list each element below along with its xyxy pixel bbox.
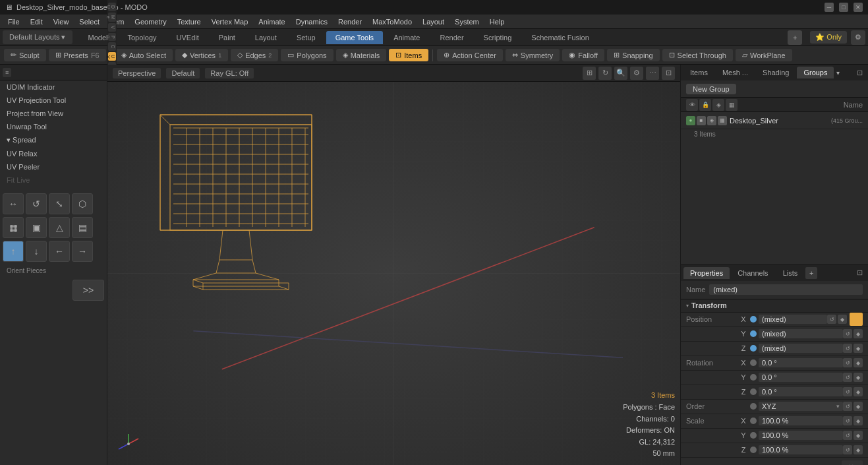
- menu-system[interactable]: System: [449, 16, 484, 27]
- item-icon-eye[interactable]: ●: [686, 116, 695, 125]
- order-dot[interactable]: [750, 403, 757, 410]
- edge-tab-uv[interactable]: UV: [108, 52, 116, 61]
- minimize-button[interactable]: ─: [825, 3, 834, 12]
- items-header-icon-eye[interactable]: 👁: [686, 99, 698, 111]
- tab-gametools[interactable]: Game Tools: [326, 31, 384, 44]
- tool-icon-rect[interactable]: ▤: [72, 217, 93, 238]
- viewport-icon-grid[interactable]: ⊞: [583, 67, 596, 80]
- tab-uvedit[interactable]: UVEdit: [167, 31, 208, 44]
- add-tab-button[interactable]: +: [788, 30, 802, 45]
- menu-view[interactable]: View: [48, 16, 74, 27]
- items-header-icon-mesh[interactable]: ▦: [726, 99, 738, 111]
- tool-icon-flatten[interactable]: ▦: [3, 217, 24, 238]
- viewport-icon-expand[interactable]: ⊡: [662, 67, 675, 80]
- items-expand-button[interactable]: ⊡: [854, 67, 865, 78]
- menu-file[interactable]: File: [3, 16, 25, 27]
- scale-y-reset-icon[interactable]: ↺: [843, 431, 852, 440]
- edge-tab-c[interactable]: C: [108, 42, 116, 51]
- scale-y-value[interactable]: 100.0 %: [759, 431, 843, 440]
- position-y-anim-icon[interactable]: ◆: [854, 329, 863, 338]
- menu-maxtomodo[interactable]: MaxToModo: [367, 16, 417, 27]
- position-x-anim-icon[interactable]: ◆: [838, 315, 847, 324]
- symmetry-tool[interactable]: ⇔ Symmetry: [506, 49, 560, 61]
- rotation-y-reset-icon[interactable]: ↺: [843, 373, 852, 382]
- tool-uv-projection[interactable]: UV Projection Tool: [0, 94, 107, 107]
- rotation-z-value[interactable]: 0.0 °: [759, 387, 843, 396]
- position-x-reset-icon[interactable]: ↺: [827, 315, 836, 324]
- new-group-button[interactable]: New Group: [686, 84, 736, 94]
- maximize-button[interactable]: □: [839, 3, 848, 12]
- list-item[interactable]: ● ■ ◈ ▦ Desktop_Silver (415 Grou...: [681, 112, 868, 129]
- tool-uv-peeler[interactable]: UV Peeler: [0, 160, 107, 173]
- materials-tool[interactable]: ◈ Materials: [336, 49, 387, 61]
- position-z-anim-icon[interactable]: ◆: [854, 344, 863, 353]
- items-header-icon-lock[interactable]: 🔒: [699, 99, 711, 111]
- menu-geometry[interactable]: Geometry: [129, 16, 171, 27]
- tool-icon-tri[interactable]: △: [49, 217, 70, 238]
- scale-z-dot[interactable]: [750, 447, 757, 453]
- tool-icon-scale[interactable]: ⤡: [49, 193, 70, 214]
- menu-texture[interactable]: Texture: [172, 16, 206, 27]
- scale-x-dot[interactable]: [750, 418, 757, 424]
- rotation-z-anim-icon[interactable]: ◆: [854, 387, 863, 396]
- scale-x-anim-icon[interactable]: ◆: [854, 416, 863, 425]
- edge-tab-v[interactable]: V: [108, 23, 116, 32]
- viewport-canvas[interactable]: 3 Items Polygons : Face Channels: 0 Defo…: [107, 82, 680, 465]
- tool-icon-grid[interactable]: ▣: [26, 217, 47, 238]
- transform-section[interactable]: ▾ Transform: [681, 299, 868, 313]
- order-reset-icon[interactable]: ↺: [843, 402, 852, 411]
- edge-tab-du[interactable]: DU: [108, 3, 116, 11]
- tab-render[interactable]: Render: [430, 31, 473, 44]
- viewport-icon-refresh[interactable]: ↻: [598, 67, 612, 80]
- auto-select-tool[interactable]: ◈ Auto Select: [115, 49, 173, 61]
- item-icon-mesh[interactable]: ▦: [718, 116, 727, 125]
- tab-properties[interactable]: Properties: [683, 267, 730, 279]
- tab-animate[interactable]: Animate: [384, 31, 429, 44]
- scale-x-value[interactable]: 100.0 %: [759, 416, 843, 425]
- workplane-tool[interactable]: ▱ WorkPlane: [736, 49, 792, 61]
- tool-icon-rotate[interactable]: ↺: [26, 193, 47, 214]
- tool-icon-up[interactable]: ↑: [3, 241, 24, 262]
- tab-topology[interactable]: Topology: [118, 31, 165, 44]
- tool-icon-left[interactable]: ←: [49, 241, 70, 262]
- rotation-x-value[interactable]: 0.0 °: [759, 358, 843, 367]
- viewport-perspective[interactable]: Perspective: [113, 68, 161, 78]
- props-name-value[interactable]: (mixed): [709, 284, 863, 295]
- rotation-y-value[interactable]: 0.0 °: [759, 373, 843, 382]
- items-header-icon-render[interactable]: ◈: [712, 99, 724, 111]
- menu-layout[interactable]: Layout: [417, 16, 449, 27]
- tool-fit-live[interactable]: Fit Live: [0, 173, 107, 187]
- position-y-value[interactable]: (mixed): [759, 329, 843, 338]
- position-y-reset-icon[interactable]: ↺: [843, 329, 852, 338]
- select-through-tool[interactable]: ⊡ Select Through: [662, 49, 733, 61]
- polygons-tool[interactable]: ▭ Polygons: [281, 49, 333, 61]
- tab-layout[interactable]: Layout: [246, 31, 286, 44]
- scale-y-anim-icon[interactable]: ◆: [854, 431, 863, 440]
- tab-mesh[interactable]: Mesh ...: [716, 67, 755, 78]
- close-button[interactable]: ✕: [854, 3, 863, 12]
- tool-icon-right[interactable]: →: [72, 241, 93, 262]
- viewport[interactable]: Perspective Default Ray GL: Off ⊞ ↻ 🔍 ⚙ …: [107, 65, 680, 465]
- items-tool[interactable]: ⊡ Items: [389, 49, 428, 61]
- scale-z-anim-icon[interactable]: ◆: [854, 445, 863, 454]
- tab-shading[interactable]: Shading: [756, 67, 796, 78]
- position-z-dot[interactable]: [750, 345, 757, 352]
- edge-tab-me[interactable]: Me: [108, 13, 116, 22]
- edges-tool[interactable]: ◇ Edges 2: [231, 49, 278, 61]
- rotation-z-dot[interactable]: [750, 388, 757, 395]
- tool-project-from-view[interactable]: Project from View: [0, 107, 107, 120]
- menu-edit[interactable]: Edit: [25, 16, 48, 27]
- menu-select[interactable]: Select: [74, 16, 105, 27]
- scale-z-reset-icon[interactable]: ↺: [843, 445, 852, 454]
- tab-paint[interactable]: Paint: [210, 31, 245, 44]
- tool-icon-more[interactable]: >>: [72, 280, 104, 301]
- menu-animate[interactable]: Animate: [253, 16, 290, 27]
- position-x-value[interactable]: (mixed): [759, 315, 827, 324]
- viewport-icon-settings[interactable]: ⚙: [630, 67, 643, 80]
- item-icon-lock[interactable]: ■: [697, 116, 706, 125]
- menu-help[interactable]: Help: [484, 16, 510, 27]
- viewport-raygl[interactable]: Ray GL: Off: [205, 68, 254, 78]
- menu-render[interactable]: Render: [333, 16, 367, 27]
- menu-dynamics[interactable]: Dynamics: [291, 16, 333, 27]
- viewport-shading[interactable]: Default: [166, 68, 200, 78]
